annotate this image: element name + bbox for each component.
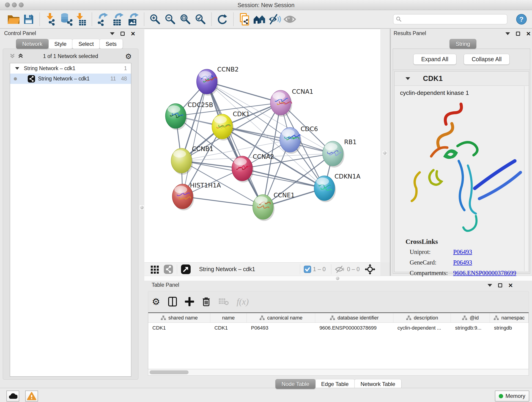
edge-CCNB2-HIST1H1A[interactable] [183,82,207,196]
add-column-icon[interactable] [185,297,194,306]
close-panel-icon[interactable]: ✕ [526,32,531,36]
close-panel-icon[interactable]: ✕ [508,283,513,287]
export-table-to-file-icon[interactable] [110,12,126,27]
node-RB1[interactable]: RB1 [323,138,356,167]
search-input[interactable] [402,15,507,23]
network-list: String Network – cdk1 1 String Network –… [10,63,131,376]
table-cell[interactable]: stringdb [490,323,529,333]
refresh-view-icon[interactable] [215,12,230,27]
expand-all-button[interactable]: Expand All [413,54,456,65]
crosslinks-heading: CrossLinks [405,238,438,245]
panel-menu-icon[interactable] [488,284,492,287]
grid-view-icon[interactable] [150,265,159,274]
show-all-icon[interactable] [282,12,298,27]
hidden-elements-icon[interactable] [335,265,345,273]
panel-menu-icon[interactable] [110,32,114,35]
column-header-shared-name[interactable]: shared name [148,313,210,322]
tab-select[interactable]: Select [72,39,100,49]
open-session-icon[interactable] [6,12,21,27]
node-CCNE1[interactable]: CCNE1 [253,191,295,221]
table-hscrollbar-thumb[interactable] [150,370,189,374]
node-CDC6[interactable]: CDC6 [280,125,318,154]
column-header--id[interactable]: @id [451,313,490,322]
column-header-description[interactable]: description [393,313,451,322]
first-neighbors-icon[interactable] [252,12,267,27]
node-CDKN1A[interactable]: CDKN1A [314,173,361,202]
table-cell[interactable]: stringdb:9... [451,323,490,333]
node-HIST1H1A[interactable]: HIST1H1A [172,182,221,211]
float-panel-icon[interactable] [120,32,125,36]
tab-network-table[interactable]: Network Table [355,379,402,389]
network-canvas[interactable]: CCNB2CCNA1CDC25BCDK1CDC6RB1CCNB1CCNA2CDK… [144,29,380,262]
table-hscrollbar-track[interactable] [148,369,529,376]
table-cell[interactable]: 9606.ENSP00000378699 [315,323,393,333]
duplicate-network-icon[interactable] [237,12,252,27]
gene-expander-icon[interactable] [405,77,410,80]
node-CCNB1[interactable]: CCNB1 [171,145,214,175]
table-row[interactable]: CDK1CDK1P064939606.ENSP00000378699cyclin… [148,323,529,333]
node-CCNA1[interactable]: CCNA1 [270,88,313,117]
column-header-name[interactable]: name [210,313,247,322]
edge-HIST1H1A-CCNE1[interactable] [183,196,263,207]
warnings-button[interactable] [25,390,38,402]
tab-network[interactable]: Network [16,39,49,49]
tab-sets[interactable]: Sets [99,39,123,49]
fit-content-icon[interactable] [178,12,193,27]
column-header-canonical-name[interactable]: canonical name [247,313,315,322]
string-network-graph[interactable]: CCNB2CCNA1CDC25BCDK1CDC6RB1CCNB1CCNA2CDK… [144,29,380,263]
birdseye-view-icon[interactable] [181,264,191,274]
collection-expander-icon[interactable] [15,67,19,70]
panel-menu-icon[interactable] [505,32,510,35]
float-panel-icon[interactable] [498,283,502,287]
network-options-gear-icon[interactable]: ⚙ [125,52,132,61]
table-cell[interactable]: cyclin-dependent ... [393,323,451,333]
float-panel-icon[interactable] [516,32,520,36]
search-box[interactable] [393,14,507,24]
zoom-in-icon[interactable] [147,12,163,27]
table-cell[interactable]: P06493 [247,323,315,333]
results-scrollbar-track[interactable] [524,86,528,271]
column-tree-icon [494,315,499,320]
right-splitter-handle[interactable] [382,150,387,155]
tab-node-table[interactable]: Node Table [275,379,316,389]
show-columns-icon[interactable] [168,297,177,307]
table-cell[interactable]: CDK1 [148,323,210,333]
crosslink-link[interactable]: P06493 [453,259,472,266]
export-network-to-file-icon[interactable] [95,12,110,27]
cytoscape-window: Session: New Session [0,0,532,402]
close-panel-icon[interactable]: ✕ [131,32,135,36]
import-table-from-file-icon[interactable] [73,12,89,27]
tab-string[interactable]: String [450,39,476,49]
collapse-all-button[interactable]: Collapse All [464,54,510,65]
zoom-out-icon[interactable] [163,12,178,27]
help-icon[interactable]: ? [516,14,527,25]
string-view-icon[interactable] [164,264,173,274]
hide-selected-icon[interactable] [267,12,282,27]
memory-button[interactable]: Memory [495,390,529,402]
node-CDC25B[interactable]: CDC25B [165,101,213,130]
network-scrollbar-track[interactable] [380,29,390,262]
pan-tool-icon[interactable] [365,264,375,274]
tab-edge-table[interactable]: Edge Table [315,379,355,389]
import-network-from-database-icon[interactable] [58,12,73,27]
column-header-database-identifier[interactable]: database identifier [315,313,393,322]
cloud-button[interactable] [6,390,19,402]
table-panel-title: Table Panel [152,282,179,288]
export-image-icon[interactable] [126,12,141,27]
left-splitter-handle[interactable] [139,205,144,210]
save-session-icon[interactable] [21,12,36,27]
network-collection-row[interactable]: String Network – cdk1 1 [10,63,131,74]
crosslink-link[interactable]: P06493 [453,249,472,255]
table-options-gear-icon[interactable]: ⚙ [152,297,160,306]
table-cell[interactable]: CDK1 [210,323,247,333]
selected-nodes-checkbox-icon[interactable] [304,266,311,273]
crosslink-link[interactable]: 9606.ENSP00000378699 [453,269,516,277]
network-row[interactable]: String Network – cdk1 11 48 [10,74,131,84]
node-label-CCNB1: CCNB1 [192,145,214,153]
delete-column-icon[interactable] [202,297,210,307]
import-network-from-file-icon[interactable] [43,12,58,27]
node-label-CCNB2: CCNB2 [217,66,239,73]
column-header-namespac[interactable]: namespac [490,313,529,322]
tab-style[interactable]: Style [48,39,73,49]
zoom-selected-icon[interactable] [193,12,208,27]
